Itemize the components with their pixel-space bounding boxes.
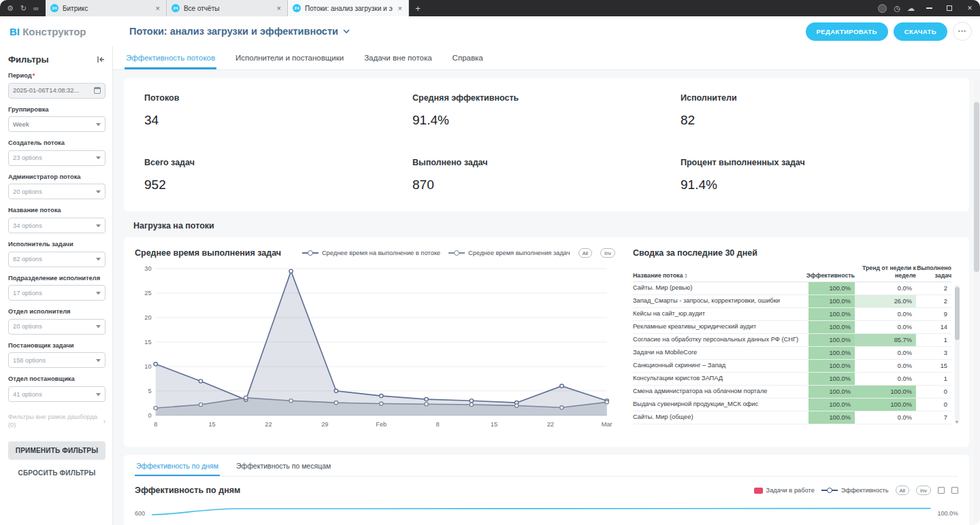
chevron-down-icon — [343, 29, 350, 33]
expand-icon[interactable] — [938, 487, 945, 494]
svg-text:22: 22 — [547, 421, 554, 428]
tab-help[interactable]: Справка — [451, 46, 485, 69]
profile-icon[interactable] — [878, 4, 887, 13]
tab-close-icon[interactable]: × — [154, 4, 161, 12]
report-tabbar: Эффективность потоков Исполнители и пост… — [113, 46, 980, 70]
daily-chart-sliver: 600 100.0% — [135, 506, 958, 517]
chevron-down-icon — [96, 325, 101, 328]
table-row: Сайты. Мир (общее) 100.0% 0.0% 7 — [633, 411, 951, 424]
page-title: Потоки: анализ загрузки и эффективности — [129, 26, 338, 37]
svg-text:30: 30 — [144, 265, 151, 272]
bitrix24-favicon: 24 — [50, 4, 59, 12]
reload-icon[interactable]: ↻ — [20, 4, 27, 13]
scroll-down-icon[interactable] — [956, 421, 958, 424]
assignee-dept-select[interactable]: 20 options — [8, 319, 105, 335]
tab-efficiency-by-day[interactable]: Эффективность по дням — [135, 455, 220, 476]
tab-efficiency-by-month[interactable]: Эффективность по месяцам — [235, 455, 332, 476]
table-scrollbar-thumb[interactable] — [955, 287, 960, 340]
table-row: Рекламные креативы_юридический аудит 100… — [633, 321, 951, 334]
tab-close-icon[interactable]: × — [276, 4, 282, 12]
flow-admin-select[interactable]: 20 options — [8, 184, 105, 199]
legend-series-flow[interactable]: Среднее время на выполнение в потоке — [302, 250, 440, 256]
window-scrollbar[interactable] — [974, 79, 979, 522]
svg-text:15: 15 — [208, 421, 215, 428]
line-marker-icon — [821, 490, 838, 491]
kpi-total-tasks: Всего задач 952 — [144, 158, 412, 192]
history-icon[interactable]: ◷ — [894, 4, 900, 13]
toggle-all-button[interactable]: All — [896, 486, 909, 495]
close-button[interactable]: × — [960, 0, 980, 16]
svg-text:29: 29 — [321, 421, 328, 428]
bitrix24-favicon: 24 — [293, 4, 301, 12]
tab-assignees-creators[interactable]: Исполнители и постановщики — [234, 46, 345, 69]
period-input[interactable]: 2025-01-06T14:08:32... — [8, 83, 105, 99]
table-row: Санкционный скрининг – Запад 100.0% 0.0%… — [633, 360, 951, 373]
filters-title: Фильтры — [8, 54, 49, 65]
settings-icon[interactable]: ⚙ — [7, 4, 14, 13]
col-done[interactable]: Выполнено задач — [916, 265, 951, 279]
col-trend[interactable]: Тренд от недели к неделе — [855, 265, 916, 279]
svg-text:15: 15 — [144, 339, 151, 345]
assignee-division-select[interactable]: 17 options — [8, 285, 105, 301]
table-row: Кейсы на сайт_юр.аудит 100.0% 0.0% 9 — [633, 308, 951, 321]
edit-button[interactable]: РЕДАКТИРОВАТЬ — [806, 22, 888, 41]
download-button[interactable]: СКАЧАТЬ — [894, 22, 947, 41]
svg-text:Mar: Mar — [602, 421, 612, 428]
reset-filters-button[interactable]: СБРОСИТЬ ФИЛЬТРЫ — [8, 469, 105, 477]
browser-tab-flows[interactable]: 24 Потоки: анализ загрузки и эф × — [288, 0, 409, 16]
link-icon[interactable]: ∞ — [33, 4, 39, 12]
legend-series-tasks[interactable]: Среднее время выполнения задач — [448, 250, 570, 256]
task-assignee-select[interactable]: 82 options — [8, 252, 105, 267]
fullscreen-icon[interactable] — [951, 487, 958, 494]
col-efficiency[interactable]: Эффективность — [808, 272, 855, 280]
toggle-all-button[interactable]: All — [578, 248, 592, 258]
toggle-inv-button[interactable]: Inv — [916, 486, 931, 495]
browser-tab-strip: 24 Битрикс × 24 Все отчёты × 24 Потоки: … — [46, 0, 427, 16]
section-load-title: Нагрузка на потоки — [133, 221, 969, 231]
app-header: BI Конструктор Потоки: анализ загрузки и… — [0, 16, 980, 46]
time-chart-legend: Среднее время на выполнение в потоке Сре… — [302, 248, 615, 258]
daily-right-tick: 100.0% — [937, 510, 958, 517]
daily-y-tick: 600 — [135, 510, 145, 517]
browser-tab-bitrix[interactable]: 24 Битрикс × — [46, 0, 167, 16]
toggle-inv-button[interactable]: Inv — [600, 248, 615, 258]
col-flow-name[interactable]: Название потока — [633, 272, 808, 280]
svg-text:5: 5 — [148, 388, 151, 394]
outer-filters-link[interactable]: Фильтры вне рамок дашборда (0) › — [8, 413, 105, 429]
table-scrollbar[interactable] — [955, 285, 960, 423]
kpi-assignees: Исполнители 82 — [681, 93, 949, 128]
tab-flow-efficiency[interactable]: Эффективность потоков — [125, 46, 216, 69]
bitrix24-favicon: 24 — [172, 4, 180, 12]
creator-dept-select[interactable]: 41 options — [8, 386, 105, 402]
collapse-sidebar-icon[interactable] — [97, 56, 105, 63]
more-menu-button[interactable]: ••• — [953, 22, 972, 41]
daily-chart-line — [149, 506, 933, 517]
tab-close-icon[interactable]: × — [397, 4, 404, 12]
legend-tasks-in-progress[interactable]: Задачи в работе — [754, 487, 815, 494]
flow-creator-select[interactable]: 23 options — [8, 150, 105, 166]
maximize-button[interactable] — [939, 0, 960, 16]
window-scrollbar-thumb[interactable] — [974, 102, 979, 272]
browser-chrome: ⚙ ↻ ∞ 24 Битрикс × 24 Все отчёты × 24 По… — [0, 0, 980, 16]
load-card: Среднее время выполнения задач Среднее в… — [124, 237, 969, 447]
task-creator-select[interactable]: 158 options — [8, 352, 105, 368]
dashboard-title-dropdown[interactable]: Потоки: анализ загрузки и эффективности — [129, 26, 350, 37]
apply-filters-button[interactable]: ПРИМЕНИТЬ ФИЛЬТРЫ — [8, 441, 105, 460]
filters-sidebar: Фильтры Период* 2025-01-06T14:08:32... Г… — [0, 46, 113, 525]
filter-period: Период* 2025-01-06T14:08:32... — [8, 72, 105, 99]
svg-text:20: 20 — [144, 314, 151, 321]
flow-name-select[interactable]: 34 options — [8, 218, 105, 233]
new-tab-button[interactable]: + — [409, 0, 427, 16]
browser-tab-reports[interactable]: 24 Все отчёты × — [167, 0, 288, 16]
svg-text:8: 8 — [154, 421, 157, 428]
legend-efficiency[interactable]: Эффективность — [821, 487, 889, 494]
grouping-select[interactable]: Week — [8, 116, 105, 132]
calendar-icon — [94, 87, 101, 94]
cloud-icon[interactable]: ☁ — [907, 4, 915, 13]
line-marker-icon — [302, 252, 318, 254]
daily-chart-title: Эффективность по дням — [135, 486, 240, 495]
svg-text:25: 25 — [144, 290, 151, 297]
minimize-button[interactable] — [919, 0, 939, 16]
tab-tasks-outside-flow[interactable]: Задачи вне потока — [363, 46, 433, 69]
filter-assignee-dept: Отдел исполнителя 20 options — [8, 308, 105, 335]
